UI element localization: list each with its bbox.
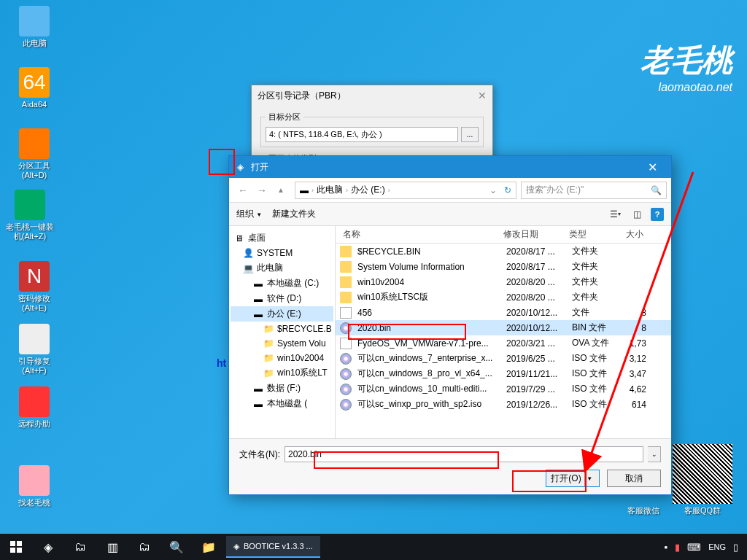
tree-item[interactable]: ▬本地磁盘 (C:) (231, 276, 333, 291)
file-row[interactable]: 可以cn_windows_8_pro_vl_x64_...2019/11/21.… (336, 366, 671, 381)
preview-pane-icon[interactable]: ◫ (629, 206, 645, 222)
tray-icon[interactable]: ▮ (675, 542, 680, 553)
file-name: System Volume Information (355, 262, 503, 272)
desktop-icon[interactable]: 分区工具(Alt+D) (9, 128, 60, 180)
pbr-target-browse[interactable]: ... (461, 127, 479, 142)
search-input[interactable]: 搜索"办公 (E:)" 🔍 (521, 182, 667, 199)
nav-back-icon[interactable]: ← (233, 182, 252, 199)
qr-mini: 客服微信 (627, 504, 659, 516)
tree-item[interactable]: ▬数据 (F:) (231, 381, 333, 396)
taskbar-icon[interactable]: 🔍 (160, 534, 193, 560)
cancel-button[interactable]: 取消 (607, 470, 661, 487)
watermark-url: laomaotao.net (640, 81, 732, 94)
tray-icon[interactable]: ▪ (665, 542, 668, 553)
drive-icon: ▬ (300, 185, 309, 195)
breadcrumb-seg[interactable]: 办公 (E:) (351, 184, 385, 196)
col-date[interactable]: 修改日期 (500, 228, 566, 241)
view-icon[interactable]: ☰ ▾ (607, 206, 623, 222)
tree-item[interactable]: 👤SYSTEM (231, 246, 333, 260)
filetype-dropdown[interactable]: ⌄ (648, 446, 661, 462)
nav-fwd-icon[interactable]: → (252, 182, 271, 199)
desktop-icon[interactable]: 引导修复(Alt+F) (9, 324, 60, 376)
keyboard-icon[interactable]: ⌨ (687, 542, 701, 553)
tray-icon[interactable]: ▯ (733, 542, 738, 553)
search-icon: 🔍 (651, 185, 662, 195)
newfolder-button[interactable]: 新建文件夹 (272, 208, 316, 220)
open-button[interactable]: 打开(O) ▼ (546, 470, 600, 487)
file-name: 可以cn_windows_8_pro_vl_x64_... (355, 368, 503, 380)
file-date: 2020/8/17 ... (503, 246, 569, 257)
desktop-icon[interactable]: 远程办助 (9, 386, 60, 429)
desktop-icon[interactable]: 64Aida64 (9, 67, 60, 109)
taskbar-app-bootice[interactable]: ◈ BOOTICE v1.3.3 ... (226, 536, 320, 558)
close-icon[interactable]: ✕ (638, 156, 667, 178)
qr-code-image (673, 444, 732, 504)
file-type: 文件 (569, 306, 620, 319)
file-row[interactable]: 可以cn_windows_10_multi-editi...2019/7/29 … (336, 381, 671, 397)
file-list-header[interactable]: 名称 修改日期 类型 大小 (336, 226, 671, 244)
tree-item-label: 办公 (E:) (267, 308, 301, 320)
tree-item[interactable]: 🖥桌面 (231, 230, 333, 246)
desktop-icon-image (19, 6, 50, 36)
disc-icon (340, 368, 352, 380)
organize-menu[interactable]: 组织 ▼ (236, 208, 262, 220)
filename-input[interactable] (285, 446, 643, 462)
file-name: 可以cn_windows_10_multi-editi... (355, 383, 503, 395)
file-date: 2020/8/17 ... (503, 262, 569, 272)
col-name[interactable]: 名称 (340, 228, 500, 241)
taskbar: ◈ 🗂 ▥ 🗂 🔍 📁 ◈ BOOTICE v1.3.3 ... ▪ ▮ ⌨ E… (0, 534, 747, 560)
taskbar-icon[interactable]: ◈ (32, 534, 64, 560)
file-name: FydeOS_VM_VMWare-v7.1-pre... (355, 338, 503, 349)
file-size: 3,12 (620, 354, 649, 364)
file-name: 可以sc_winxp_pro_with_sp2.iso (355, 398, 503, 411)
svg-rect-2 (17, 541, 22, 546)
taskbar-icon[interactable]: 🗂 (64, 534, 96, 560)
tree-item[interactable]: 📁win10系统LT (231, 365, 333, 381)
desktop-icon[interactable]: N密码修改(Alt+E) (9, 261, 60, 313)
col-type[interactable]: 类型 (566, 228, 617, 241)
tree-item[interactable]: 📁$RECYCLE.B (231, 322, 333, 336)
tree-item[interactable]: ▬本地磁盘 ( (231, 396, 333, 411)
pbr-target-input[interactable] (266, 127, 458, 142)
file-row[interactable]: System Volume Information2020/8/17 ...文件… (336, 259, 671, 274)
tree-item[interactable]: 📁System Volu (231, 336, 333, 351)
ht-label: ht (217, 357, 226, 369)
tree-item[interactable]: ▬办公 (E:) (231, 306, 333, 322)
breadcrumb-dropdown-icon[interactable]: ⌄ (489, 185, 497, 195)
taskbar-icon[interactable]: ▥ (96, 534, 128, 560)
dialog-titlebar[interactable]: ◈ 打开 ✕ (229, 156, 671, 178)
tree-item-label: win10v2004 (277, 353, 324, 363)
folder-tree[interactable]: 🖥桌面👤SYSTEM💻此电脑▬本地磁盘 (C:)▬软件 (D:)▬办公 (E:)… (229, 226, 336, 438)
breadcrumb[interactable]: ▬ › 此电脑 › 办公 (E:) › ⌄ ↻ (295, 182, 516, 199)
desktop-icon[interactable]: 此电脑 (9, 6, 60, 48)
file-row[interactable]: $RECYCLE.BIN2020/8/17 ...文件夹 (336, 244, 671, 259)
tree-item[interactable]: ▬软件 (D:) (231, 291, 333, 306)
file-row[interactable]: 可以sc_winxp_pro_with_sp2.iso2019/12/26...… (336, 397, 671, 412)
tree-item[interactable]: 📁win10v2004 (231, 351, 333, 365)
open-button-dropdown-icon[interactable]: ▼ (584, 470, 595, 486)
file-row[interactable]: 4562020/10/12...文件8 (336, 305, 671, 320)
disc-icon (340, 322, 352, 334)
close-icon[interactable]: ✕ (478, 90, 487, 101)
file-row[interactable]: 2020.bin2020/10/12...BIN 文件8 (336, 320, 671, 335)
folder-icon: 📁 (263, 323, 274, 335)
help-icon[interactable]: ? (651, 208, 664, 221)
tray-lang[interactable]: ENG (708, 542, 726, 551)
file-row[interactable]: win10v20042020/8/20 ...文件夹 (336, 274, 671, 289)
file-row[interactable]: FydeOS_VM_VMWare-v7.1-pre...2020/3/21 ..… (336, 335, 671, 351)
desktop-icon-image: N (19, 261, 50, 292)
nav-up-icon[interactable]: ▲ (271, 182, 290, 199)
col-size[interactable]: 大小 (617, 228, 646, 241)
desktop-icon[interactable]: 老毛桃一键装机(Alt+Z) (4, 190, 55, 241)
file-row[interactable]: 可以cn_windows_7_enterprise_x...2019/6/25 … (336, 351, 671, 366)
desktop-icon[interactable]: 找老毛桃 (9, 465, 60, 508)
file-explorer-icon[interactable]: 📁 (193, 534, 225, 560)
taskbar-icon[interactable]: 🗂 (128, 534, 160, 560)
start-button[interactable] (0, 534, 32, 560)
file-row[interactable]: win10系统LTSC版2020/8/20 ...文件夹 (336, 289, 671, 305)
pbr-titlebar[interactable]: 分区引导记录（PBR） ✕ (252, 85, 492, 106)
refresh-icon[interactable]: ↻ (504, 185, 511, 195)
drive-icon: ▬ (252, 308, 264, 320)
breadcrumb-seg[interactable]: 此电脑 (317, 184, 343, 196)
tree-item[interactable]: 💻此电脑 (231, 260, 333, 276)
